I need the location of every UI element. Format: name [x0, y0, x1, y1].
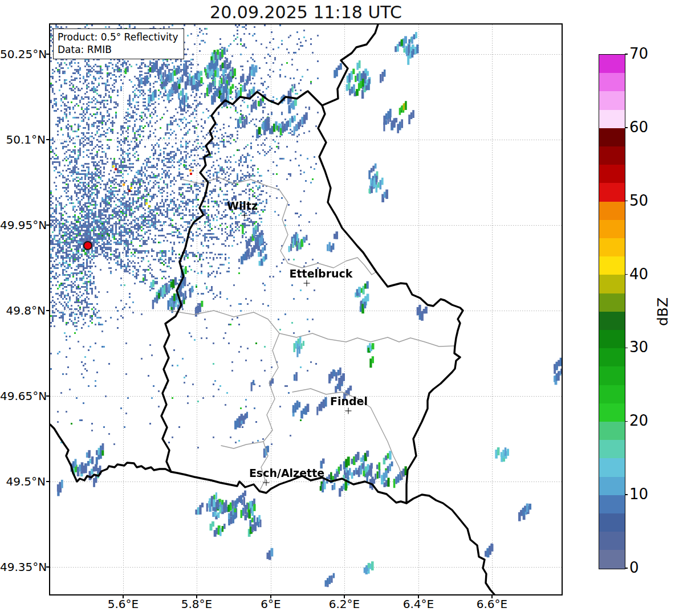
- colorbar-segment: [599, 366, 625, 385]
- colorbar-segment: [599, 91, 625, 109]
- data-source-line: Data: RMIB: [58, 43, 178, 56]
- axis-tick-mark: [625, 274, 628, 275]
- lat-tick-label: 49.35°N: [0, 560, 46, 574]
- country-borders-overlay: [50, 25, 562, 594]
- colorbar-segment: [599, 312, 625, 330]
- colorbar-segment: [599, 330, 625, 348]
- colorbar-unit-label: dBZ: [654, 289, 673, 334]
- city-marker: [242, 213, 248, 219]
- colorbar-segment: [599, 477, 625, 495]
- colorbar-segment: [599, 293, 625, 312]
- country-border: [406, 495, 494, 594]
- colorbar-segment: [599, 440, 625, 458]
- axis-tick-mark: [270, 595, 271, 598]
- colorbar-tick-label: 10: [629, 486, 648, 503]
- colorbar-tick-label: 0: [629, 559, 639, 576]
- city-marker: [345, 408, 352, 414]
- city-label: Wiltz: [227, 199, 258, 212]
- lon-tick-label: 6.2°E: [329, 597, 360, 611]
- colorbar-segment: [599, 256, 625, 275]
- colorbar-tick-label: 70: [629, 45, 648, 62]
- lat-tick-label: 49.5°N: [0, 475, 46, 488]
- lon-tick-label: 5.6°E: [108, 597, 139, 611]
- colorbar-segment: [599, 532, 625, 550]
- axis-tick-mark: [46, 481, 49, 482]
- colorbar-segment: [599, 238, 625, 256]
- colorbar-tick-label: 30: [629, 339, 648, 356]
- country-border: [50, 425, 171, 482]
- lon-tick-label: 5.8°E: [181, 597, 212, 611]
- city-marker: [304, 280, 310, 287]
- axis-tick-mark: [625, 127, 628, 128]
- colorbar-tick-label: 40: [629, 266, 648, 283]
- radar-map: Product: 0.5° Reflectivity Data: RMIB Wi…: [49, 23, 563, 595]
- axis-tick-mark: [625, 421, 628, 422]
- colorbar-segment: [599, 110, 625, 128]
- colorbar-tick-label: 20: [629, 413, 648, 430]
- lon-tick-label: 6°E: [261, 597, 280, 611]
- country-border: [322, 25, 378, 105]
- colorbar-segment: [599, 73, 625, 91]
- colorbar-segment: [599, 385, 625, 403]
- lon-tick-label: 6.4°E: [403, 597, 434, 611]
- axis-tick-mark: [46, 566, 49, 568]
- city-label: Esch/Alzette: [249, 467, 324, 479]
- axis-tick-mark: [625, 348, 628, 349]
- colorbar-segment: [599, 495, 625, 513]
- colorbar-segment: [599, 348, 625, 366]
- lat-tick-label: 49.8°N: [0, 304, 46, 317]
- lat-tick-label: 49.65°N: [0, 389, 46, 403]
- product-info-box: Product: 0.5° Reflectivity Data: RMIB: [53, 28, 184, 59]
- axis-tick-mark: [418, 595, 419, 598]
- country-border: [161, 91, 463, 503]
- city-label: Ettelbruck: [290, 267, 353, 280]
- colorbar-tick-label: 50: [629, 192, 648, 209]
- axis-tick-mark: [46, 54, 49, 55]
- colorbar-segment: [599, 458, 625, 476]
- axis-tick-mark: [46, 139, 49, 140]
- district-border: [221, 442, 263, 448]
- city-marker: [263, 480, 270, 486]
- colorbar-segment: [599, 422, 625, 440]
- colorbar-tick-label: 60: [629, 119, 648, 136]
- axis-tick-mark: [46, 395, 49, 397]
- lat-tick-label: 50.1°N: [0, 133, 46, 146]
- axis-tick-mark: [344, 595, 345, 598]
- axis-tick-mark: [625, 568, 628, 569]
- colorbar-segment: [599, 403, 625, 422]
- colorbar-segment: [599, 202, 625, 220]
- axis-tick-mark: [625, 201, 628, 202]
- radar-screenshot: { "title": "20.09.2025 11:18 UTC", "info…: [0, 0, 675, 616]
- district-border: [182, 178, 376, 275]
- axis-tick-mark: [123, 595, 124, 598]
- page-title: 20.09.2025 11:18 UTC: [50, 2, 562, 22]
- lon-tick-label: 6.6°E: [477, 597, 507, 611]
- colorbar-segment: [599, 55, 625, 73]
- colorbar-segment: [599, 550, 625, 568]
- product-line: Product: 0.5° Reflectivity: [58, 31, 178, 43]
- district-border: [169, 311, 455, 346]
- colorbar-segment: [599, 183, 625, 201]
- lat-tick-label: 49.95°N: [0, 218, 46, 232]
- axis-tick-mark: [491, 595, 493, 598]
- lat-tick-label: 50.25°N: [0, 47, 46, 61]
- colorbar-segment: [599, 146, 625, 165]
- axis-tick-mark: [46, 310, 49, 311]
- colorbar: [599, 54, 625, 569]
- colorbar-segment: [599, 128, 625, 146]
- axis-tick-mark: [46, 225, 49, 226]
- axis-tick-mark: [625, 54, 628, 55]
- colorbar-segment: [599, 220, 625, 238]
- city-label: Findel: [330, 395, 368, 407]
- colorbar-segment: [599, 165, 625, 183]
- axis-tick-mark: [625, 494, 628, 495]
- colorbar-segment: [599, 275, 625, 293]
- colorbar-segment: [599, 513, 625, 532]
- radar-site-marker: [83, 241, 92, 250]
- axis-tick-mark: [196, 595, 197, 598]
